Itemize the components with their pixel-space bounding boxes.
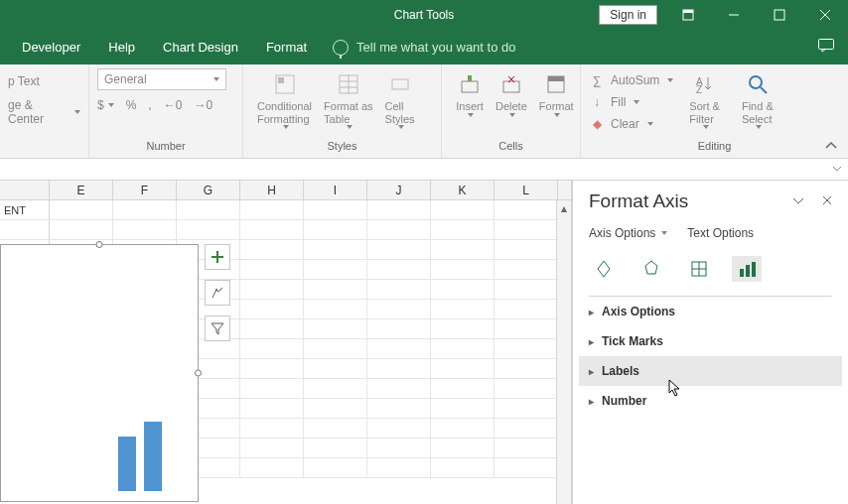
scroll-up-icon[interactable]: ▴	[557, 200, 571, 216]
resize-handle-top[interactable]	[96, 241, 103, 248]
number-format-dropdown[interactable]: General	[97, 68, 226, 90]
col-header[interactable]: E	[50, 181, 113, 199]
svg-rect-13	[392, 79, 408, 89]
close-icon[interactable]	[802, 0, 848, 30]
col-header[interactable]: F	[113, 181, 177, 199]
axis-options-icon[interactable]	[732, 256, 762, 282]
tab-developer[interactable]: Developer	[8, 30, 94, 64]
bar-1[interactable]	[118, 437, 136, 491]
col-header[interactable]: H	[240, 181, 304, 199]
sort-filter-icon: AZ	[691, 70, 719, 98]
accounting-format-button[interactable]: $	[97, 98, 114, 112]
wrap-text-button[interactable]: p Text	[8, 74, 40, 88]
comments-icon[interactable]	[818, 39, 834, 56]
sort-filter-button[interactable]: AZ Sort & Filter	[683, 68, 726, 131]
chevron-down-icon	[74, 110, 80, 114]
svg-rect-6	[819, 40, 834, 50]
svg-line-24	[761, 87, 767, 93]
bar-2[interactable]	[144, 422, 162, 491]
resize-handle-right[interactable]	[195, 370, 202, 377]
merge-center-button[interactable]: ge & Center	[8, 98, 80, 126]
svg-rect-14	[462, 81, 478, 92]
chart-styles-button[interactable]	[205, 280, 230, 306]
conditional-formatting-icon	[271, 70, 299, 98]
cell-styles-icon	[386, 70, 414, 98]
chevron-down-icon	[661, 231, 667, 235]
svg-rect-3	[775, 10, 784, 20]
chart-filters-button[interactable]	[205, 315, 230, 341]
conditional-formatting-button[interactable]: Conditional Formatting	[251, 68, 318, 131]
chevron-down-icon	[213, 77, 219, 81]
maximize-icon[interactable]	[757, 0, 802, 30]
ribbon-tabs: Developer Help Chart Design Format Tell …	[0, 30, 848, 64]
fill-line-icon[interactable]	[589, 256, 619, 282]
chart-tools-label: Chart Tools	[388, 8, 460, 22]
format-as-table-button[interactable]: Format as Table	[318, 68, 379, 131]
svg-rect-35	[746, 265, 750, 277]
cell[interactable]: ENT	[0, 200, 50, 219]
group-label-cells: Cells	[442, 140, 580, 158]
tell-me-search[interactable]: Tell me what you want to do	[333, 40, 515, 56]
size-properties-icon[interactable]	[684, 256, 714, 282]
svg-rect-8	[278, 77, 284, 83]
sign-in-button[interactable]: Sign in	[599, 5, 657, 25]
decrease-decimal-button[interactable]: →0	[194, 98, 212, 112]
axis-options-tab[interactable]: Axis Options	[589, 226, 667, 240]
effects-icon[interactable]	[636, 256, 666, 282]
worksheet-grid[interactable]: E F G H I J K L ENT ▴	[0, 181, 572, 504]
svg-rect-15	[468, 75, 472, 81]
table-icon	[335, 70, 362, 98]
delete-icon	[497, 70, 525, 98]
format-cells-button[interactable]: Format	[533, 68, 580, 119]
increase-decimal-button[interactable]: ←0	[164, 98, 183, 112]
chevron-right-icon: ▸	[589, 336, 594, 347]
delete-cells-button[interactable]: Delete	[490, 68, 533, 119]
find-select-button[interactable]: Find & Select	[736, 68, 779, 131]
col-header[interactable]: K	[431, 181, 495, 199]
section-tick-marks[interactable]: ▸Tick Marks	[589, 326, 832, 356]
cell-styles-button[interactable]: Cell Styles	[379, 68, 421, 131]
embedded-chart[interactable]	[0, 244, 199, 502]
svg-point-23	[750, 76, 762, 88]
ribbon-display-options-icon[interactable]	[665, 0, 711, 30]
chart-bars	[118, 422, 162, 491]
close-pane-icon[interactable]	[822, 194, 832, 208]
collapse-ribbon-icon[interactable]	[824, 140, 838, 154]
vertical-scrollbar[interactable]: ▴	[556, 200, 571, 504]
svg-marker-30	[645, 261, 657, 274]
formula-bar[interactable]	[0, 159, 848, 181]
magnifier-icon	[744, 70, 772, 98]
chart-elements-button[interactable]	[205, 244, 230, 270]
col-header[interactable]: I	[304, 181, 367, 199]
col-header[interactable]: L	[495, 181, 558, 199]
minimize-icon[interactable]	[711, 0, 757, 30]
chevron-right-icon: ▸	[589, 366, 594, 377]
expand-formula-bar-icon[interactable]	[832, 163, 842, 177]
comma-format-button[interactable]: ,	[148, 98, 151, 112]
tab-format[interactable]: Format	[252, 30, 321, 64]
svg-point-27	[215, 289, 217, 291]
lightbulb-icon	[333, 40, 349, 56]
group-label-styles: Styles	[243, 140, 441, 158]
section-number[interactable]: ▸Number	[589, 386, 832, 416]
title-bar: Chart Tools Sign in	[0, 0, 848, 30]
svg-rect-36	[752, 262, 756, 277]
fill-button[interactable]: ↓Fill	[589, 94, 673, 110]
text-options-tab[interactable]: Text Options	[687, 226, 754, 240]
insert-icon	[456, 70, 484, 98]
section-labels[interactable]: ▸Labels	[579, 356, 842, 386]
autosum-button[interactable]: ∑AutoSum	[589, 72, 673, 88]
svg-rect-20	[548, 76, 564, 81]
pane-options-icon[interactable]	[792, 194, 804, 208]
insert-cells-button[interactable]: Insert	[450, 68, 490, 119]
format-axis-pane: Format Axis Axis Options Text Options ▸A…	[572, 181, 848, 504]
section-axis-options[interactable]: ▸Axis Options	[589, 297, 832, 326]
col-header[interactable]: G	[177, 181, 240, 199]
percent-format-button[interactable]: %	[126, 98, 137, 112]
col-header[interactable]	[0, 181, 50, 199]
tab-chart-design[interactable]: Chart Design	[149, 30, 252, 64]
svg-rect-34	[740, 269, 744, 277]
tab-help[interactable]: Help	[94, 30, 149, 64]
clear-button[interactable]: ◆Clear	[589, 116, 673, 132]
col-header[interactable]: J	[367, 181, 431, 199]
